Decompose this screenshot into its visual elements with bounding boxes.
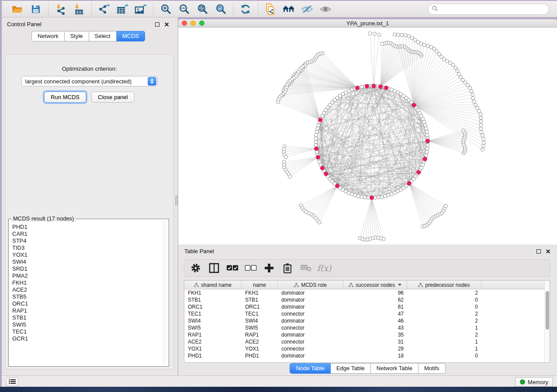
cell-predecessor-nodes: 2 — [407, 311, 481, 317]
cell-successor-nodes: 46 — [343, 318, 407, 324]
task-history-button[interactable] — [6, 378, 18, 386]
column-header-predecessor-nodes[interactable]: predecessor nodes — [407, 281, 481, 289]
mcds-result-item[interactable]: SRD1 — [12, 265, 163, 272]
mcds-result-item[interactable]: ACE2 — [12, 286, 163, 293]
mcds-result-item[interactable]: TEC1 — [12, 328, 163, 335]
zoom-out-icon[interactable] — [176, 3, 192, 16]
import-network-icon[interactable] — [53, 3, 69, 16]
close-table-panel-icon[interactable]: ✕ — [545, 248, 551, 254]
mcds-list-scrollbar[interactable] — [163, 220, 167, 365]
table-row[interactable]: ORC1ORC1dominator610 — [184, 303, 550, 310]
network-canvas[interactable] — [178, 28, 557, 244]
zoom-fit-icon[interactable] — [194, 3, 210, 16]
export-network-icon[interactable] — [96, 3, 112, 16]
cell-shared-name: FKH1 — [184, 290, 242, 296]
run-mcds-button[interactable]: Run MCDS — [44, 92, 86, 103]
memory-status-icon — [520, 379, 525, 385]
mcds-result-item[interactable]: SWI5 — [12, 321, 163, 328]
import-table-icon[interactable] — [71, 3, 87, 16]
open-icon[interactable] — [10, 3, 25, 16]
tab-style[interactable]: Style — [65, 31, 89, 41]
search-box[interactable] — [428, 3, 549, 15]
application-window: Control Panel ✕ NetworkStyleSelectMCDS O… — [0, 0, 557, 392]
export-table-icon[interactable] — [114, 3, 130, 16]
panel-splitter[interactable] — [175, 17, 178, 375]
split-columns-icon[interactable] — [208, 262, 220, 274]
table-row[interactable]: ACE2ACE2connector311 — [184, 338, 550, 345]
table-row[interactable]: PHD1PHD1dominator180 — [184, 352, 550, 359]
optimization-criterion-select[interactable]: largest connected component (undirected) — [21, 76, 158, 86]
table-row[interactable]: YOX1YOX1connector291 — [184, 345, 550, 352]
table-row[interactable]: SWI5SWI5connector431 — [184, 324, 550, 331]
splitter-grip[interactable] — [175, 196, 178, 205]
zoom-in-icon[interactable] — [158, 3, 173, 16]
optimization-criterion-label: Optimization criterion: — [6, 65, 173, 72]
close-panel-button[interactable]: Close panel — [91, 92, 135, 103]
column-header-shared-name[interactable]: shared name — [184, 281, 242, 289]
mcds-result-item[interactable]: ORC1 — [12, 300, 163, 307]
tab-network[interactable]: Network — [31, 31, 65, 41]
tab-select[interactable]: Select — [89, 31, 117, 41]
mcds-result-item[interactable]: STB1 — [12, 314, 163, 321]
mcds-result-list[interactable]: PHD1CAR1STP4TID3YOX1SWI4SRD1PMA2FKH1ACE2… — [10, 220, 163, 365]
mcds-result-item[interactable]: FKH1 — [12, 279, 163, 286]
settings-icon[interactable] — [190, 262, 202, 274]
mcds-result-item[interactable]: STP4 — [12, 237, 163, 244]
mcds-result-item[interactable]: GCR1 — [12, 335, 163, 342]
table-row[interactable]: FKH1FKH1dominator962 — [184, 289, 550, 296]
network-window-titlebar[interactable]: YPA_prune.txt_1 — [178, 19, 557, 28]
cell-predecessor-nodes: 1 — [407, 325, 481, 331]
cell-successor-nodes: 47 — [343, 311, 407, 317]
cell-successor-nodes: 35 — [343, 332, 407, 338]
mcds-result-item[interactable]: RAP1 — [12, 307, 163, 314]
save-icon[interactable] — [28, 3, 44, 16]
search-area — [428, 3, 549, 15]
float-table-panel-icon[interactable] — [536, 248, 541, 254]
memory-button[interactable]: Memory — [515, 377, 553, 387]
mcds-result-item[interactable]: YOX1 — [12, 251, 163, 258]
tab-node-table[interactable]: Node Table — [290, 363, 331, 374]
table-row[interactable]: STB1STB1dominator620 — [184, 296, 550, 303]
search-input[interactable] — [440, 6, 545, 12]
table-row[interactable]: TEC1TEC1connector472 — [184, 310, 550, 317]
tab-motifs[interactable]: Motifs — [419, 363, 446, 374]
cell-shared-name: SWI4 — [184, 318, 242, 324]
node-table[interactable]: shared namenameMCDS rolesuccessor nodesp… — [184, 280, 550, 363]
tab-edge-table[interactable]: Edge Table — [331, 363, 371, 374]
mcds-result-item[interactable]: SWI4 — [12, 258, 163, 265]
deselect-all-icon[interactable] — [245, 262, 257, 274]
cell-name: STB1 — [242, 297, 278, 303]
float-panel-icon[interactable] — [154, 21, 160, 27]
cell-name: TEC1 — [242, 311, 278, 317]
mcds-result-item[interactable]: PHD1 — [12, 224, 163, 230]
column-header-successor-nodes[interactable]: successor nodes — [343, 281, 407, 289]
delete-icon[interactable] — [281, 262, 294, 274]
mcds-result-item[interactable]: STB5 — [12, 293, 163, 300]
tab-mcds[interactable]: MCDS — [117, 31, 145, 41]
mcds-result-item[interactable]: PMA2 — [12, 272, 163, 279]
mcds-result-item[interactable]: CAR1 — [12, 230, 163, 237]
column-header-name[interactable]: name — [242, 281, 278, 289]
refresh-icon[interactable] — [238, 3, 253, 16]
cell-successor-nodes: 96 — [343, 290, 407, 296]
cell-MCDS-role: dominator — [278, 290, 343, 296]
table-scrollbar-thumb[interactable] — [546, 291, 549, 330]
add-icon[interactable] — [263, 262, 275, 274]
new-network-from-selection-icon[interactable] — [263, 3, 278, 16]
table-toolbar: f(x) — [184, 259, 550, 277]
cell-shared-name: PHD1 — [184, 353, 242, 359]
select-all-icon[interactable] — [226, 262, 239, 274]
export-image-icon[interactable] — [133, 3, 149, 16]
table-row[interactable]: RAP1RAP1dominator352 — [184, 331, 550, 338]
table-scrollbar[interactable] — [544, 281, 550, 362]
table-panel: Table Panel ✕ f(x) shared namenameMCDS r… — [178, 244, 557, 375]
table-row[interactable]: SWI4SWI4dominator462 — [184, 317, 550, 324]
mcds-result-item[interactable]: TID3 — [12, 244, 163, 251]
show-all-icon[interactable] — [318, 3, 333, 16]
tab-network-table[interactable]: Network Table — [371, 363, 419, 374]
column-header-MCDS-role[interactable]: MCDS role — [278, 281, 343, 289]
hide-selected-icon[interactable] — [299, 3, 315, 16]
close-panel-icon[interactable]: ✕ — [164, 21, 170, 27]
zoom-selected-icon[interactable] — [213, 3, 228, 16]
houses-icon[interactable] — [281, 3, 297, 16]
